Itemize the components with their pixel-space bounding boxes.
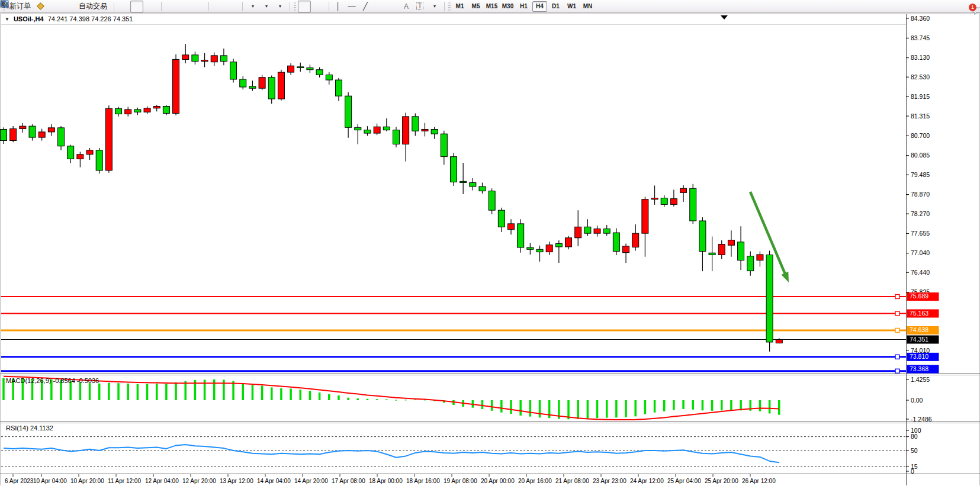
zoom-out-button[interactable]: [178, 1, 191, 12]
autotrading-button[interactable]: 自动交易: [75, 1, 110, 12]
toolbar: 新订单 自动交易: [0, 0, 980, 13]
trendline-icon: ╱: [363, 2, 368, 10]
crosshair-button[interactable]: [311, 1, 324, 12]
arrow-objects-button[interactable]: ▾: [427, 1, 440, 12]
rsi-pane[interactable]: [1, 423, 906, 474]
templates-caret-icon[interactable]: ▾: [279, 4, 281, 9]
bar-chart-button[interactable]: [117, 1, 130, 12]
timeframe-button-M15[interactable]: M15: [484, 1, 499, 12]
timeframe-button-D1[interactable]: D1: [548, 1, 563, 12]
equidistant-channel-button[interactable]: E: [372, 1, 385, 12]
timeframe-button-W1[interactable]: W1: [564, 1, 579, 12]
candlestick-chart-button[interactable]: [130, 1, 143, 12]
templates-button[interactable]: ▾: [272, 1, 285, 12]
toolbar-separator: [205, 2, 209, 11]
new-order-button[interactable]: 新订单: [7, 1, 33, 12]
timeframe-button-MN[interactable]: MN: [580, 1, 595, 12]
line-chart-button[interactable]: [144, 1, 157, 12]
toolbar-separator: [287, 2, 290, 11]
trendline-button[interactable]: ╱: [359, 1, 372, 12]
horizontal-line-icon: —: [348, 2, 356, 10]
tile-windows-button[interactable]: [191, 1, 204, 12]
timeframe-button-H4[interactable]: H4: [532, 1, 547, 12]
ohlc-label: 74.241 74.398 74.226 74.351: [48, 15, 133, 22]
rsi-indicator-label: RSI(14) 24.1132: [6, 424, 53, 432]
mql-diamond-button[interactable]: [34, 1, 47, 12]
macd-pane[interactable]: [1, 375, 906, 422]
signals-button[interactable]: [61, 1, 74, 12]
timeframe-button-M5[interactable]: M5: [468, 1, 483, 12]
fibonacci-button[interactable]: F: [386, 1, 399, 12]
mql-diamond-icon: [37, 2, 44, 10]
vertical-line-button[interactable]: │: [332, 1, 345, 12]
chart-shift-button[interactable]: [225, 1, 238, 12]
periods-button[interactable]: ▾: [259, 1, 272, 12]
text-label-button[interactable]: T: [413, 1, 426, 12]
time-axis[interactable]: [0, 474, 906, 489]
periods-caret-icon[interactable]: ▾: [265, 4, 268, 9]
macd-indicator-label: MACD(12,26,9) -0.8564 -0.5036: [6, 377, 99, 384]
toolbar-separator: [239, 2, 243, 11]
horizontal-line-button[interactable]: —: [345, 1, 358, 12]
main-chart-pane[interactable]: [1, 15, 906, 374]
auto-scroll-button[interactable]: [211, 1, 224, 12]
toolbar-separator: [111, 2, 114, 11]
symbol-label: USOil-,H4: [14, 15, 44, 22]
timeframe-button-M30[interactable]: M30: [500, 1, 515, 12]
timeframe-button-H1[interactable]: H1: [516, 1, 531, 12]
virtual-hosting-button[interactable]: [47, 1, 60, 12]
text-button[interactable]: A: [400, 1, 413, 12]
toolbar-separator: [326, 2, 329, 11]
toolbar-grip[interactable]: [448, 2, 451, 11]
symbol-dropdown-icon[interactable]: ▼: [5, 17, 9, 22]
vertical-line-icon: │: [336, 2, 340, 10]
price-axis[interactable]: [907, 14, 980, 474]
symbol-ohlc-label: ▼ USOil-,H4 74.241 74.398 74.226 74.351: [5, 15, 133, 22]
indicators-caret-icon[interactable]: ▾: [252, 4, 254, 9]
toolbar-separator: [441, 2, 445, 11]
timeframe-button-M1[interactable]: M1: [452, 1, 467, 12]
arrow-objects-caret-icon[interactable]: ▾: [433, 4, 436, 9]
text-label-icon: T: [416, 2, 423, 10]
text-icon: A: [404, 3, 409, 10]
indicators-button[interactable]: ▾: [245, 1, 258, 12]
cursor-button[interactable]: [298, 1, 311, 12]
toolbar-separator: [158, 2, 162, 11]
zoom-in-button[interactable]: [164, 1, 177, 12]
notification-badge: 1: [969, 4, 976, 11]
toolbar-grip[interactable]: [294, 2, 296, 11]
